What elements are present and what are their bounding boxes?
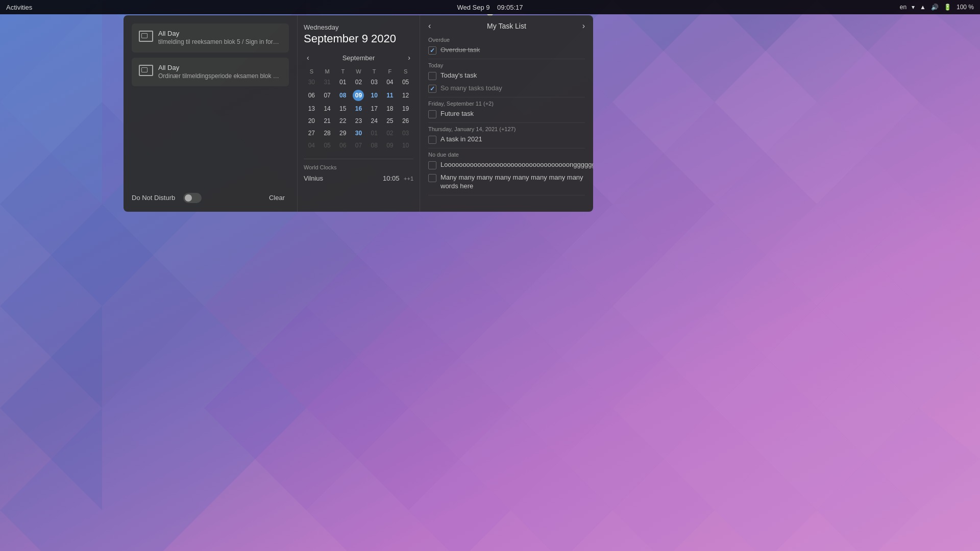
cal-day-cell[interactable]: 18	[382, 103, 398, 115]
dnd-label: Do Not Disturb	[132, 194, 175, 202]
task-item[interactable]: Loooooooooooooooooooooooooooooooooongggg…	[428, 161, 585, 169]
cal-day-cell[interactable]: 03	[398, 127, 413, 139]
cal-day-cell[interactable]: 24	[366, 115, 382, 127]
task-section-label: Overdue	[428, 37, 585, 43]
cal-day-cell[interactable]: 08	[366, 139, 382, 152]
cal-day-cell[interactable]: 30	[351, 127, 366, 139]
volume-icon[interactable]: 🔊	[931, 4, 939, 11]
cal-day-cell[interactable]: 22	[335, 115, 351, 127]
notification-item[interactable]: All Day Ordinær tilmeldingsperiode eksam…	[132, 58, 289, 87]
task-text: Loooooooooooooooooooooooooooooooooongggg…	[440, 161, 593, 169]
task-item[interactable]: Future task	[428, 110, 585, 118]
lang-indicator[interactable]: en	[900, 4, 906, 11]
task-panel-header: ‹ My Task List ›	[428, 21, 585, 31]
task-checkbox[interactable]	[428, 85, 436, 93]
task-prev-btn[interactable]: ‹	[428, 21, 431, 31]
cal-day-cell[interactable]: 29	[335, 127, 351, 139]
cal-day-cell[interactable]: 03	[366, 76, 382, 88]
cal-day-cell[interactable]: 21	[320, 115, 335, 127]
task-item[interactable]: Many many many many many many many many …	[428, 173, 585, 191]
task-item[interactable]: A task in 2021	[428, 135, 585, 144]
cal-day-cell[interactable]: 01	[335, 76, 351, 88]
cal-next-btn[interactable]: ›	[405, 53, 413, 63]
cal-day-cell[interactable]: 05	[398, 76, 413, 88]
main-panels: All Day tilmelding til reeksamen blok 5 …	[124, 15, 593, 212]
notification-item[interactable]: All Day tilmelding til reeksamen blok 5 …	[132, 23, 289, 53]
cal-day-cell[interactable]: 02	[382, 127, 398, 139]
notif-body: Ordinær tilmeldingsperiode eksamen blok …	[158, 72, 281, 81]
cal-day-cell[interactable]: 26	[398, 115, 413, 127]
task-item[interactable]: Overdue task	[428, 46, 585, 55]
cal-day-cell[interactable]: 04	[382, 76, 398, 88]
cal-day-header: T	[335, 67, 351, 76]
cal-day-cell[interactable]: 09	[351, 88, 366, 103]
topbar-datetime[interactable]: Wed Sep 9 09:05:17	[457, 4, 523, 11]
task-item[interactable]: Today's task	[428, 71, 585, 80]
cal-day-cell[interactable]: 19	[398, 103, 413, 115]
topbar-center: Wed Sep 9 09:05:17	[457, 4, 523, 11]
notif-body: tilmelding til reeksamen blok 5 / Sign i…	[158, 38, 281, 46]
cal-day-cell[interactable]: 20	[304, 115, 320, 127]
cal-day-cell[interactable]: 04	[304, 139, 320, 152]
topbar-time: 09:05:17	[497, 4, 523, 11]
today-indicator: 09	[353, 90, 364, 101]
cal-weekday: Wednesday	[304, 23, 413, 31]
cal-day-cell[interactable]: 11	[382, 88, 398, 103]
cal-day-cell[interactable]: 16	[351, 103, 366, 115]
cal-day-cell[interactable]: 06	[335, 139, 351, 152]
lang-dropdown-icon[interactable]: ▾	[912, 4, 915, 11]
task-divider	[428, 148, 585, 148]
cal-day-cell[interactable]: 06	[304, 88, 320, 103]
clear-button[interactable]: Clear	[265, 192, 289, 204]
cal-day-cell[interactable]: 10	[398, 139, 413, 152]
cal-day-cell[interactable]: 31	[320, 76, 335, 88]
cal-day-cell[interactable]: 02	[351, 76, 366, 88]
cal-day-cell[interactable]: 30	[304, 76, 320, 88]
cal-day-cell[interactable]: 13	[304, 103, 320, 115]
cal-day-cell[interactable]: 27	[304, 127, 320, 139]
cal-day-header: S	[304, 67, 320, 76]
task-checkbox[interactable]	[428, 174, 436, 182]
task-checkbox[interactable]	[428, 110, 436, 118]
cal-day-cell[interactable]: 08	[335, 88, 351, 103]
task-checkbox[interactable]	[428, 161, 436, 169]
cal-day-cell[interactable]: 01	[366, 127, 382, 139]
cal-day-cell[interactable]: 05	[320, 139, 335, 152]
notif-title: All Day	[158, 30, 282, 37]
task-item[interactable]: So many tasks today	[428, 84, 585, 93]
cal-day-cell[interactable]: 17	[366, 103, 382, 115]
cal-day-cell[interactable]: 14	[320, 103, 335, 115]
cal-day-header: W	[351, 67, 366, 76]
cal-day-cell[interactable]: 09	[382, 139, 398, 152]
clock-time: 10:05	[383, 174, 400, 182]
activities-label[interactable]: Activities	[6, 4, 32, 11]
cal-day-cell[interactable]: 07	[320, 88, 335, 103]
task-text: Future task	[440, 110, 585, 118]
cal-day-cell[interactable]: 10	[366, 88, 382, 103]
cal-day-header: F	[382, 67, 398, 76]
cal-week-row: 20212223242526	[304, 115, 413, 127]
cal-day-cell[interactable]: 25	[382, 115, 398, 127]
notif-calendar-icon	[139, 31, 153, 42]
topbar-right: en ▾ ▲ 🔊 🔋 100 %	[900, 4, 974, 11]
task-text: Many many many many many many many many …	[440, 173, 585, 191]
task-checkbox[interactable]	[428, 72, 436, 80]
task-divider	[428, 59, 585, 59]
cal-day-cell[interactable]: 28	[320, 127, 335, 139]
task-next-btn[interactable]: ›	[582, 21, 585, 31]
cal-day-cell[interactable]: 12	[398, 88, 413, 103]
cal-day-cell[interactable]: 15	[335, 103, 351, 115]
task-panel: ‹ My Task List › OverdueOverdue taskToda…	[420, 15, 593, 212]
clocks-list: Vilnius 10:05 ++1	[304, 173, 413, 183]
cal-week-row: 04050607080910	[304, 139, 413, 152]
clock-city: Vilnius	[304, 174, 323, 182]
task-checkbox[interactable]	[428, 46, 436, 55]
clock-row: Vilnius 10:05 ++1	[304, 173, 413, 183]
dnd-toggle[interactable]	[183, 193, 202, 203]
clock-time-value: 10:05 ++1	[383, 173, 413, 183]
task-checkbox[interactable]	[428, 136, 436, 144]
cal-day-cell[interactable]: 07	[351, 139, 366, 152]
cal-prev-btn[interactable]: ‹	[304, 53, 312, 63]
task-divider	[428, 97, 585, 97]
cal-day-cell[interactable]: 23	[351, 115, 366, 127]
